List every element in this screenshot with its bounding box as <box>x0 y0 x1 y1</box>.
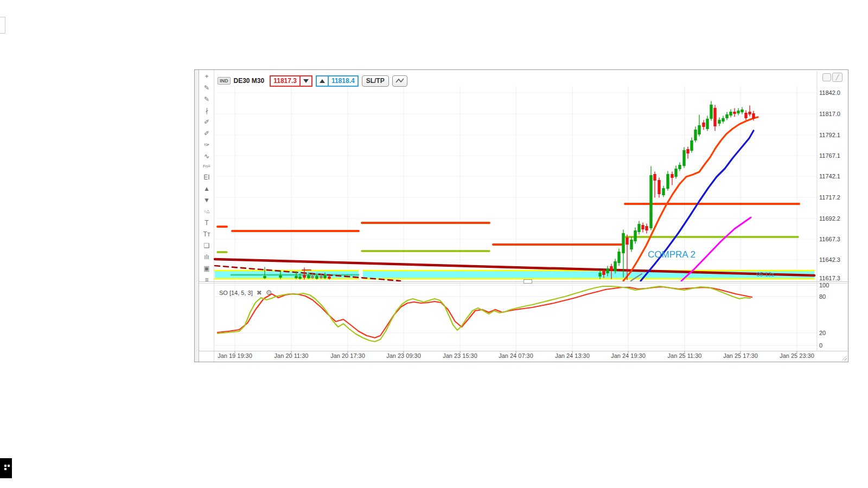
time-axis-label: Jan 20 17:30 <box>324 352 371 359</box>
stoch-scale-label: 100 <box>819 282 829 288</box>
page-root: { "header": { "badge": "IND", "symbol": … <box>0 0 868 488</box>
price-axis-label: 11842.0 <box>819 89 840 96</box>
time-axis-label: Jan 24 13:30 <box>549 352 596 359</box>
time-axis-label: Jan 23 09:30 <box>380 352 427 359</box>
candlestick <box>737 111 739 113</box>
time-axis-label: Jan 20 11:30 <box>268 352 315 359</box>
chart-canvas[interactable] <box>195 70 848 362</box>
candlestick <box>741 110 743 112</box>
candlestick <box>614 261 616 271</box>
sell-price-button[interactable]: 11817.3 <box>270 75 312 87</box>
candlestick <box>295 276 297 278</box>
candlestick <box>320 276 322 278</box>
time-axis-label: Jan 23 15:30 <box>437 352 483 359</box>
candlestick <box>752 113 755 119</box>
price-axis-label: 11792.1 <box>819 132 840 138</box>
price-axis-label: 11717.2 <box>819 194 840 201</box>
price-axis-label: 11817.0 <box>819 111 840 117</box>
candlestick <box>617 252 620 263</box>
candlestick <box>645 226 648 230</box>
chart-style-button[interactable] <box>392 75 407 87</box>
candlestick <box>602 271 605 275</box>
candlestick <box>637 224 640 232</box>
logo-dot <box>8 465 10 467</box>
panel-divider-handle[interactable] <box>524 279 532 284</box>
candlestick <box>622 233 624 253</box>
candlestick <box>653 174 656 181</box>
buy-arrow-cell[interactable] <box>317 76 329 86</box>
candlestick <box>698 125 700 134</box>
wrench-settings-icon[interactable]: ⚙ <box>266 288 272 297</box>
buy-signal-label: COMPRA 2 <box>648 249 695 260</box>
candlestick <box>725 114 728 118</box>
stoch-green-line <box>218 286 750 342</box>
candlestick <box>307 275 310 278</box>
stoch-scale-label: 20 <box>819 330 826 336</box>
candlestick <box>630 240 633 249</box>
candlestick <box>323 275 326 278</box>
chart-header: IND DE30 M30 11817.3 11818.4 SL/TP <box>218 74 407 87</box>
edit-window-button[interactable]: ╱ <box>832 73 843 82</box>
candlestick <box>279 275 282 278</box>
buy-price-button[interactable]: 11818.4 <box>316 75 359 87</box>
collapsed-panel-edge[interactable] <box>0 17 5 34</box>
candlestick <box>666 174 669 189</box>
candlestick <box>682 150 685 166</box>
candlestick <box>713 108 716 126</box>
buy-price-value: 11818.4 <box>329 76 358 86</box>
candlestick <box>626 237 628 245</box>
candlestick <box>298 277 301 279</box>
sell-price-value: 11817.3 <box>271 76 299 86</box>
candlestick <box>662 188 665 195</box>
candlestick <box>315 276 318 279</box>
candlestick <box>641 225 644 229</box>
time-axis-label: Jan 25 11:30 <box>661 352 708 359</box>
candle-countdown-timer: 05:12s <box>745 271 786 278</box>
candlestick <box>674 169 677 177</box>
instrument-title: DE30 M30 <box>234 77 267 85</box>
time-axis-separator <box>199 351 849 351</box>
candlestick <box>722 118 724 121</box>
price-axis-label: 11667.3 <box>819 236 840 242</box>
candlestick <box>649 175 652 228</box>
candlestick <box>694 130 697 140</box>
candlestick <box>598 273 601 277</box>
candlestick <box>710 105 712 119</box>
candlestick <box>748 112 751 114</box>
sl-tp-button[interactable]: SL/TP <box>362 75 389 87</box>
candlestick <box>729 112 732 115</box>
close-indicator-icon[interactable]: ✖ <box>257 289 262 297</box>
candlestick <box>671 174 673 178</box>
candlestick <box>610 266 612 271</box>
candlestick <box>658 180 660 194</box>
price-axis-label: 11617.3 <box>819 275 840 281</box>
candlestick <box>634 230 636 241</box>
candlestick <box>702 123 705 127</box>
triangle-down-icon <box>303 79 309 83</box>
price-axis-label: 11767.1 <box>819 152 840 159</box>
time-axis-label: Jan 25 23:30 <box>774 352 820 359</box>
time-axis-label: Jan 24 07:30 <box>493 352 539 359</box>
candlestick <box>690 140 693 151</box>
logo-dot <box>4 468 7 470</box>
price-axis-label: 11692.2 <box>819 215 840 222</box>
chart-window: +✎✎∤✐✐✑∿Fn≡EI▲▼○△TTᴛ❏ılı▣≡ IND DE30 M30 … <box>194 69 848 362</box>
candlestick <box>678 165 681 169</box>
popout-window-button[interactable] <box>822 73 831 81</box>
time-axis-label: Jan 25 17:30 <box>717 352 764 359</box>
candlestick <box>706 119 709 129</box>
taskbar-logo[interactable] <box>0 458 12 478</box>
sell-arrow-cell[interactable] <box>299 76 311 86</box>
time-axis-label: Jan 24 19:30 <box>605 352 652 359</box>
candlestick <box>311 276 314 278</box>
logo-dot <box>4 465 7 467</box>
price-axis-label: 11642.3 <box>819 256 840 263</box>
window-resize-grip[interactable] <box>842 356 847 361</box>
stoch-scale-label: 0 <box>819 342 822 349</box>
candlestick <box>606 268 609 273</box>
candlestick <box>718 120 720 124</box>
price-axis-label: 11742.1 <box>819 173 840 179</box>
candlestick <box>328 277 330 279</box>
stochastic-label-row: SO [14, 5, 3] ✖ ⚙ <box>219 288 272 297</box>
stoch-scale-label: 80 <box>819 293 826 300</box>
